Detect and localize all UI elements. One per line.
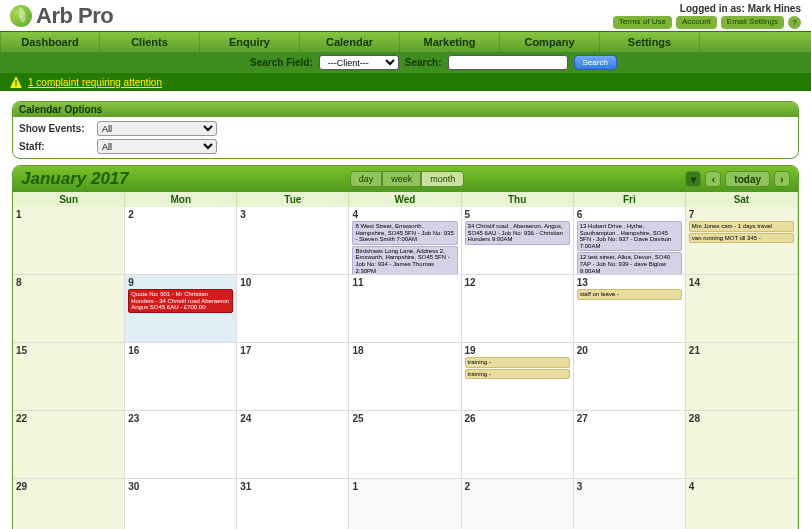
warning-icon: ! [10,76,22,88]
email-settings-link[interactable]: Email Settings [721,16,784,29]
day-cell[interactable]: 3 [574,479,686,529]
day-cell[interactable]: 26 [462,411,574,479]
day-cell[interactable]: 48 West Street, Emsworth, Hampshire, SO4… [349,207,461,275]
calendar-event[interactable]: Quote No: 901 - Mr Christian Hunders - 3… [128,289,233,313]
show-events-select[interactable]: All [97,121,217,136]
view-month[interactable]: month [421,171,464,187]
dow-mon: Mon [125,192,237,207]
day-cell[interactable]: 20 [574,343,686,411]
calendar-event[interactable]: 12 test street, Alloa, Devon, SO40 7AP -… [577,252,682,275]
search-button[interactable]: Search [574,55,617,70]
dow-sat: Sat [686,192,798,207]
day-cell[interactable]: 1 [13,207,125,275]
dow-wed: Wed [349,192,461,207]
calendar-event[interactable]: van running MOT till 345 - [689,233,794,244]
day-number: 17 [240,345,345,356]
next-button[interactable]: › [774,171,790,187]
day-number: 11 [352,277,457,288]
day-cell[interactable]: 613 Hobart Drive , Hythe, Southampton , … [574,207,686,275]
nav-settings[interactable]: Settings [600,32,700,52]
day-cell[interactable]: 23 [125,411,237,479]
today-button[interactable]: today [725,171,770,187]
calendar-title: January 2017 [21,169,129,189]
calendar-event[interactable]: Birdshaws Long Lane, Address 2, Emsworth… [352,246,457,275]
terms-link[interactable]: Terms of Use [613,16,672,29]
day-number: 15 [16,345,121,356]
day-number: 20 [577,345,682,356]
day-cell[interactable]: 30 [125,479,237,529]
help-icon[interactable]: ? [788,16,801,29]
day-cell[interactable]: 29 [13,479,125,529]
day-cell[interactable]: 3 [237,207,349,275]
calendar-event[interactable]: staff on leave - [577,289,682,300]
day-cell[interactable]: 27 [574,411,686,479]
view-day[interactable]: day [350,171,383,187]
day-number: 30 [128,481,233,492]
nav-enquiry[interactable]: Enquiry [200,32,300,52]
calendar-event[interactable]: 13 Hobart Drive , Hythe, Southampton , H… [577,221,682,251]
day-cell[interactable]: 11 [349,275,461,343]
day-cell[interactable]: 15 [13,343,125,411]
day-number: 18 [352,345,457,356]
day-number: 6 [577,209,682,220]
search-field-select[interactable]: ---Client--- [319,55,399,70]
account-link[interactable]: Account [676,16,717,29]
day-number: 7 [689,209,794,220]
day-cell[interactable]: 2 [125,207,237,275]
day-number: 9 [128,277,233,288]
day-cell[interactable]: 16 [125,343,237,411]
day-cell[interactable]: 24 [237,411,349,479]
brand-text: Arb Pro [36,3,113,29]
day-cell[interactable]: 10 [237,275,349,343]
day-cell[interactable]: 8 [13,275,125,343]
day-number: 4 [352,209,457,220]
calendar-event[interactable]: training - [465,357,570,368]
day-number: 2 [128,209,233,220]
day-number: 24 [240,413,345,424]
nav-calendar[interactable]: Calendar [300,32,400,52]
day-number: 19 [465,345,570,356]
nav-company[interactable]: Company [500,32,600,52]
day-cell[interactable]: 21 [686,343,798,411]
day-cell[interactable]: 18 [349,343,461,411]
calendar-event[interactable]: 8 West Street, Emsworth, Hampshire, SO45… [352,221,457,245]
calendar-dropdown-icon[interactable]: ▾ [685,171,701,187]
day-cell[interactable]: 2 [462,479,574,529]
day-cell[interactable]: 4 [686,479,798,529]
calendar-grid: 12348 West Street, Emsworth, Hampshire, … [13,207,798,529]
leaf-icon [10,5,32,27]
day-cell[interactable]: 534 Christif road , Aberaeron, Angus, SO… [462,207,574,275]
day-number: 2 [465,481,570,492]
calendar-event[interactable]: training - [465,369,570,380]
view-week[interactable]: week [382,171,421,187]
day-cell[interactable]: 1 [349,479,461,529]
dow-tue: Tue [237,192,349,207]
day-cell[interactable]: 9Quote No: 901 - Mr Christian Hunders - … [125,275,237,343]
staff-select[interactable]: All [97,139,217,154]
nav-marketing[interactable]: Marketing [400,32,500,52]
day-cell[interactable]: 19training -training - [462,343,574,411]
alert-banner[interactable]: ! 1 complaint requiring attention [0,73,811,91]
search-field-label: Search Field: [250,57,313,68]
day-cell[interactable]: 17 [237,343,349,411]
search-input[interactable] [448,55,568,70]
day-number: 25 [352,413,457,424]
day-cell[interactable]: 25 [349,411,461,479]
day-number: 31 [240,481,345,492]
day-number: 8 [16,277,121,288]
calendar-event[interactable]: Mrs Jones cam - 1 days travel [689,221,794,232]
nav-clients[interactable]: Clients [100,32,200,52]
day-number: 3 [240,209,345,220]
calendar-event[interactable]: 34 Christif road , Aberaeron, Angus, SO4… [465,221,570,245]
search-label: Search: [405,57,442,68]
day-cell[interactable]: 13staff on leave - [574,275,686,343]
day-cell[interactable]: 31 [237,479,349,529]
day-cell[interactable]: 28 [686,411,798,479]
alert-text[interactable]: 1 complaint requiring attention [28,77,162,88]
day-cell[interactable]: 7Mrs Jones cam - 1 days travelvan runnin… [686,207,798,275]
prev-button[interactable]: ‹ [705,171,721,187]
day-cell[interactable]: 12 [462,275,574,343]
nav-dashboard[interactable]: Dashboard [0,32,100,52]
day-cell[interactable]: 22 [13,411,125,479]
day-cell[interactable]: 14 [686,275,798,343]
